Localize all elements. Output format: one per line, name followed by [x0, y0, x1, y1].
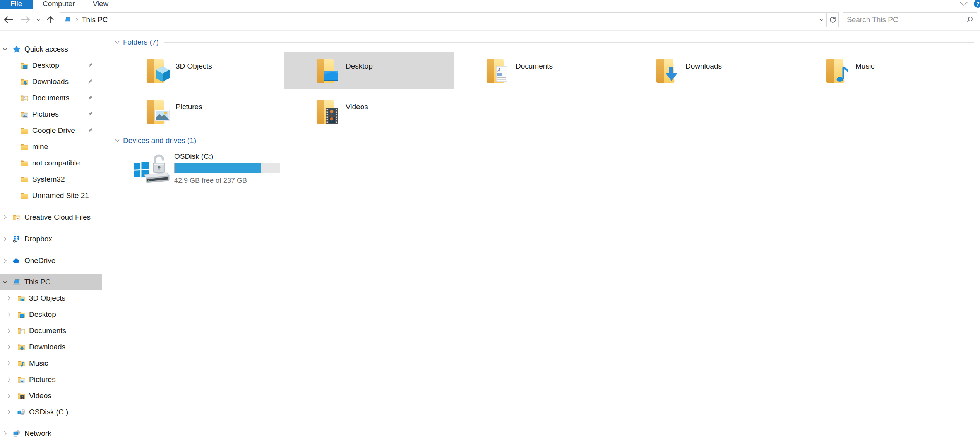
sidebar-group-creative-cloud-files[interactable]: Creative Cloud Files: [0, 209, 102, 225]
chevron-right-icon[interactable]: [6, 409, 12, 415]
sidebar-label: Quick access: [24, 45, 68, 53]
folder-icon: [20, 143, 29, 151]
navigation-bar: This PC: [0, 9, 980, 31]
quick-access-star-icon: [12, 45, 21, 53]
pictures-folder-icon: [20, 110, 29, 119]
sidebar-item-system32[interactable]: System32: [0, 171, 102, 187]
osdisk-drive-icon: [17, 408, 26, 416]
chevron-down-icon[interactable]: [2, 46, 8, 52]
tile-3d-objects[interactable]: 3D Objects: [115, 52, 284, 89]
chevron-right-icon[interactable]: [2, 236, 8, 242]
chevron-right-icon[interactable]: [6, 344, 12, 350]
chevron-right-icon[interactable]: [2, 215, 8, 220]
breadcrumb[interactable]: This PC: [60, 13, 816, 27]
sidebar-group-network[interactable]: Network: [0, 425, 102, 440]
sidebar-item-this-pc-videos[interactable]: Videos: [0, 388, 102, 404]
sidebar-label: Network: [24, 429, 51, 438]
search-input[interactable]: [843, 15, 965, 24]
file-list-pane: Folders (7) 3D Objects Desktop Documents…: [102, 31, 980, 440]
tile-pictures[interactable]: Pictures: [115, 92, 284, 130]
chevron-down-icon[interactable]: [2, 279, 8, 285]
breadcrumb-root[interactable]: This PC: [82, 15, 108, 24]
tile-label: Documents: [516, 62, 553, 89]
sidebar-item-google-drive[interactable]: Google Drive: [0, 122, 102, 139]
chevron-right-icon[interactable]: [6, 296, 12, 301]
tile-osdisk[interactable]: OSDisk (C:) 42.9 GB free of 237 GB: [115, 151, 284, 188]
tile-label: Desktop: [346, 62, 373, 89]
pin-icon: [87, 95, 93, 101]
sidebar-item-mine[interactable]: mine: [0, 139, 102, 155]
folder-icon: [20, 191, 29, 200]
osdisk-drive-icon: [132, 151, 171, 186]
chevron-down-icon[interactable]: [115, 40, 120, 45]
chevron-right-icon[interactable]: [6, 312, 12, 317]
tile-label: Videos: [346, 103, 368, 130]
sidebar-label: This PC: [24, 278, 51, 286]
chevron-down-icon[interactable]: [115, 138, 120, 143]
tab-file-label: File: [10, 0, 22, 8]
address-bar[interactable]: This PC: [60, 12, 839, 27]
sidebar-group-this-pc[interactable]: This PC: [0, 274, 102, 290]
group-header-devices-and-drives[interactable]: Devices and drives (1): [115, 135, 980, 146]
3d-objects-folder-icon: [17, 294, 26, 302]
group-header-folders[interactable]: Folders (7): [115, 37, 980, 48]
search-box[interactable]: [843, 12, 977, 27]
tile-videos[interactable]: Videos: [284, 92, 454, 130]
chevron-right-icon[interactable]: [6, 393, 12, 399]
sidebar-item-this-pc-downloads[interactable]: Downloads: [0, 339, 102, 355]
tile-desktop[interactable]: Desktop: [284, 52, 454, 89]
breadcrumb-chevron-icon[interactable]: [75, 17, 79, 22]
chevron-right-icon[interactable]: [2, 258, 8, 263]
chevron-right-icon[interactable]: [2, 431, 8, 436]
desktop-folder-icon: [20, 61, 29, 70]
sidebar-item-documents[interactable]: Documents: [0, 90, 102, 106]
sidebar-item-osdisk[interactable]: OSDisk (C:): [0, 404, 102, 420]
tab-computer[interactable]: Computer: [33, 0, 85, 9]
documents-folder-icon: [483, 57, 511, 85]
group-header-line: [164, 42, 974, 43]
tab-file[interactable]: File: [0, 0, 33, 9]
group-header-label: Folders (7): [123, 38, 159, 46]
sidebar-item-this-pc-pictures[interactable]: Pictures: [0, 371, 102, 388]
group-header-label: Devices and drives (1): [123, 136, 196, 145]
sidebar-item-not-compatible[interactable]: not compatible: [0, 155, 102, 171]
sidebar-item-this-pc-documents[interactable]: Documents: [0, 323, 102, 339]
sidebar-label: mine: [32, 143, 48, 151]
tile-label: Music: [855, 62, 875, 89]
sidebar-group-quick-access[interactable]: Quick access: [0, 41, 102, 57]
chevron-right-icon[interactable]: [6, 361, 12, 366]
forward-button-icon[interactable]: [20, 16, 31, 24]
sidebar-item-3d-objects[interactable]: 3D Objects: [0, 290, 102, 306]
refresh-icon: [829, 16, 836, 23]
tile-downloads[interactable]: Downloads: [624, 52, 793, 89]
help-button[interactable]: ?: [974, 0, 980, 8]
documents-folder-icon: [20, 94, 29, 102]
recent-locations-chevron-icon[interactable]: [36, 18, 41, 21]
up-button-icon[interactable]: [46, 15, 55, 24]
ribbon-tab-bar: File Computer View ?: [0, 0, 980, 9]
sidebar-item-downloads[interactable]: Downloads: [0, 74, 102, 90]
navigation-pane: Quick access Desktop Downloads Documents…: [0, 31, 102, 440]
sidebar-item-pictures[interactable]: Pictures: [0, 106, 102, 122]
sidebar-group-onedrive[interactable]: OneDrive: [0, 253, 102, 269]
sidebar-group-dropbox[interactable]: Dropbox: [0, 231, 102, 247]
refresh-button[interactable]: [827, 13, 838, 27]
sidebar-item-desktop[interactable]: Desktop: [0, 57, 102, 74]
back-button-icon[interactable]: [3, 16, 14, 24]
search-icon[interactable]: [966, 16, 973, 23]
tile-label: Pictures: [176, 103, 202, 130]
chevron-right-icon[interactable]: [6, 377, 12, 382]
sidebar-item-this-pc-music[interactable]: Music: [0, 355, 102, 371]
address-dropdown-button[interactable]: [816, 13, 826, 27]
tile-music[interactable]: Music: [794, 52, 963, 89]
expand-ribbon-chevron-icon[interactable]: [959, 1, 968, 6]
chevron-right-icon[interactable]: [6, 328, 12, 333]
sidebar-label: Music: [29, 359, 48, 368]
sidebar-label: Google Drive: [32, 126, 75, 135]
pin-icon: [87, 127, 93, 134]
sidebar-item-unnamed-site-21[interactable]: Unnamed Site 21: [0, 187, 102, 204]
sidebar-label: Downloads: [29, 343, 65, 351]
sidebar-item-this-pc-desktop[interactable]: Desktop: [0, 306, 102, 323]
tile-documents[interactable]: Documents: [454, 52, 624, 89]
tab-view[interactable]: View: [85, 0, 118, 9]
